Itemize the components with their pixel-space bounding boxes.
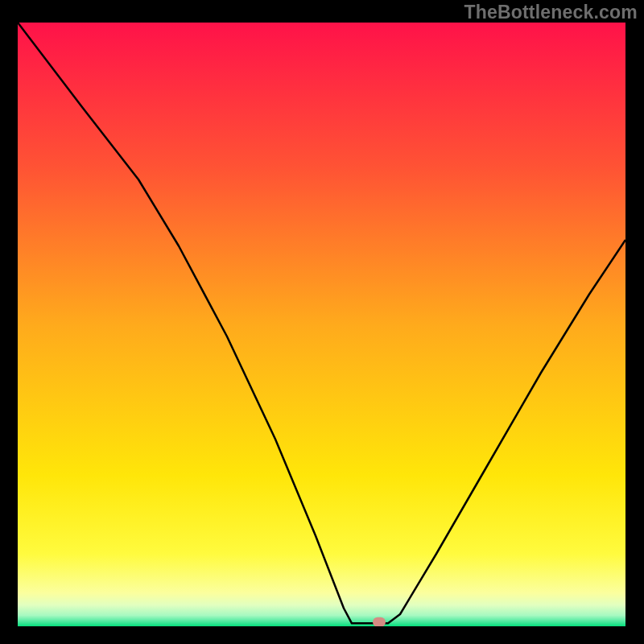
watermark-source: TheBottleneck.com bbox=[464, 2, 638, 23]
bottleneck-chart bbox=[18, 23, 625, 626]
gradient-background bbox=[18, 23, 625, 626]
optimal-marker bbox=[373, 617, 386, 626]
